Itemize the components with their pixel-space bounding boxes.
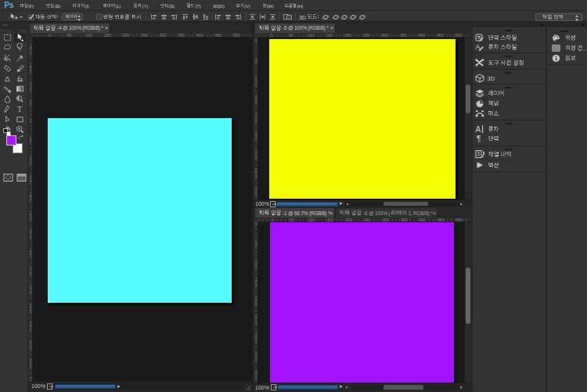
svg-text:T: T: [17, 105, 22, 113]
svg-text:A: A: [476, 124, 481, 133]
svg-text:¶: ¶: [477, 135, 481, 143]
